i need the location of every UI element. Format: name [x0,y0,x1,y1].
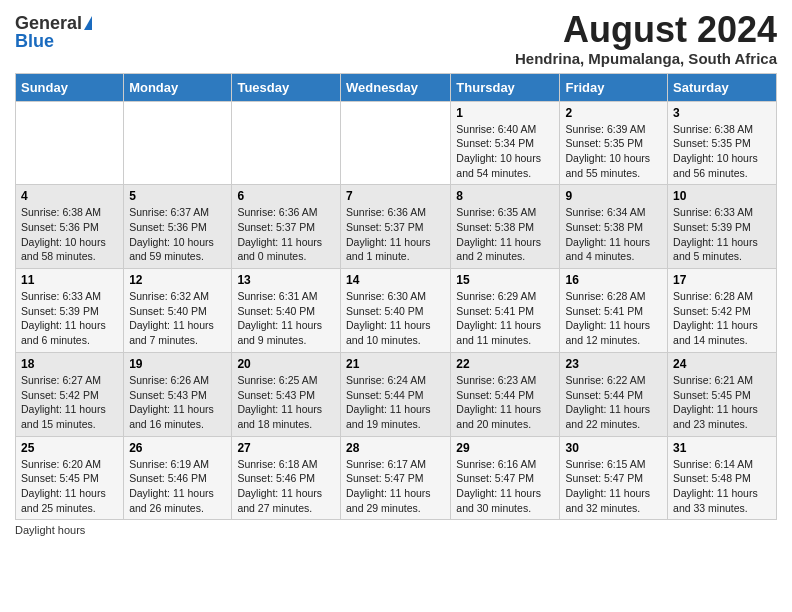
day-number: 11 [21,273,118,287]
day-number: 5 [129,189,226,203]
calendar-cell: 22Sunrise: 6:23 AM Sunset: 5:44 PM Dayli… [451,352,560,436]
calendar-cell [232,101,341,185]
calendar-cell [340,101,450,185]
day-number: 3 [673,106,771,120]
day-info: Sunrise: 6:36 AM Sunset: 5:37 PM Dayligh… [346,205,445,264]
weekday-wednesday: Wednesday [340,73,450,101]
daylight-label: Daylight hours [15,524,85,536]
day-number: 22 [456,357,554,371]
day-number: 9 [565,189,662,203]
calendar-cell: 4Sunrise: 6:38 AM Sunset: 5:36 PM Daylig… [16,185,124,269]
week-row-2: 4Sunrise: 6:38 AM Sunset: 5:36 PM Daylig… [16,185,777,269]
calendar-cell: 11Sunrise: 6:33 AM Sunset: 5:39 PM Dayli… [16,269,124,353]
day-number: 24 [673,357,771,371]
day-number: 14 [346,273,445,287]
calendar-cell: 13Sunrise: 6:31 AM Sunset: 5:40 PM Dayli… [232,269,341,353]
calendar-cell: 19Sunrise: 6:26 AM Sunset: 5:43 PM Dayli… [124,352,232,436]
calendar-cell: 21Sunrise: 6:24 AM Sunset: 5:44 PM Dayli… [340,352,450,436]
day-info: Sunrise: 6:29 AM Sunset: 5:41 PM Dayligh… [456,289,554,348]
calendar-cell: 26Sunrise: 6:19 AM Sunset: 5:46 PM Dayli… [124,436,232,520]
day-info: Sunrise: 6:33 AM Sunset: 5:39 PM Dayligh… [673,205,771,264]
day-info: Sunrise: 6:23 AM Sunset: 5:44 PM Dayligh… [456,373,554,432]
day-number: 10 [673,189,771,203]
weekday-header-row: SundayMondayTuesdayWednesdayThursdayFrid… [16,73,777,101]
day-number: 28 [346,441,445,455]
week-row-1: 1Sunrise: 6:40 AM Sunset: 5:34 PM Daylig… [16,101,777,185]
day-info: Sunrise: 6:28 AM Sunset: 5:42 PM Dayligh… [673,289,771,348]
weekday-saturday: Saturday [668,73,777,101]
calendar-cell: 16Sunrise: 6:28 AM Sunset: 5:41 PM Dayli… [560,269,668,353]
day-info: Sunrise: 6:31 AM Sunset: 5:40 PM Dayligh… [237,289,335,348]
weekday-friday: Friday [560,73,668,101]
weekday-tuesday: Tuesday [232,73,341,101]
day-info: Sunrise: 6:33 AM Sunset: 5:39 PM Dayligh… [21,289,118,348]
day-number: 27 [237,441,335,455]
day-info: Sunrise: 6:20 AM Sunset: 5:45 PM Dayligh… [21,457,118,516]
day-info: Sunrise: 6:28 AM Sunset: 5:41 PM Dayligh… [565,289,662,348]
day-info: Sunrise: 6:21 AM Sunset: 5:45 PM Dayligh… [673,373,771,432]
calendar-cell: 23Sunrise: 6:22 AM Sunset: 5:44 PM Dayli… [560,352,668,436]
day-number: 29 [456,441,554,455]
logo-triangle-icon [84,16,92,30]
logo: General Blue [15,10,92,50]
calendar-cell: 31Sunrise: 6:14 AM Sunset: 5:48 PM Dayli… [668,436,777,520]
day-number: 30 [565,441,662,455]
day-info: Sunrise: 6:15 AM Sunset: 5:47 PM Dayligh… [565,457,662,516]
logo-general: General [15,14,82,32]
day-info: Sunrise: 6:34 AM Sunset: 5:38 PM Dayligh… [565,205,662,264]
day-info: Sunrise: 6:16 AM Sunset: 5:47 PM Dayligh… [456,457,554,516]
day-number: 19 [129,357,226,371]
day-number: 6 [237,189,335,203]
day-info: Sunrise: 6:17 AM Sunset: 5:47 PM Dayligh… [346,457,445,516]
day-number: 16 [565,273,662,287]
calendar-cell: 9Sunrise: 6:34 AM Sunset: 5:38 PM Daylig… [560,185,668,269]
day-number: 17 [673,273,771,287]
day-info: Sunrise: 6:25 AM Sunset: 5:43 PM Dayligh… [237,373,335,432]
calendar-cell [124,101,232,185]
weekday-thursday: Thursday [451,73,560,101]
day-info: Sunrise: 6:38 AM Sunset: 5:36 PM Dayligh… [21,205,118,264]
day-info: Sunrise: 6:18 AM Sunset: 5:46 PM Dayligh… [237,457,335,516]
weekday-monday: Monday [124,73,232,101]
weekday-sunday: Sunday [16,73,124,101]
calendar-cell: 29Sunrise: 6:16 AM Sunset: 5:47 PM Dayli… [451,436,560,520]
day-info: Sunrise: 6:14 AM Sunset: 5:48 PM Dayligh… [673,457,771,516]
day-info: Sunrise: 6:30 AM Sunset: 5:40 PM Dayligh… [346,289,445,348]
day-info: Sunrise: 6:40 AM Sunset: 5:34 PM Dayligh… [456,122,554,181]
day-info: Sunrise: 6:19 AM Sunset: 5:46 PM Dayligh… [129,457,226,516]
calendar-cell: 12Sunrise: 6:32 AM Sunset: 5:40 PM Dayli… [124,269,232,353]
day-info: Sunrise: 6:36 AM Sunset: 5:37 PM Dayligh… [237,205,335,264]
calendar-cell: 25Sunrise: 6:20 AM Sunset: 5:45 PM Dayli… [16,436,124,520]
day-info: Sunrise: 6:26 AM Sunset: 5:43 PM Dayligh… [129,373,226,432]
calendar-cell: 3Sunrise: 6:38 AM Sunset: 5:35 PM Daylig… [668,101,777,185]
day-info: Sunrise: 6:27 AM Sunset: 5:42 PM Dayligh… [21,373,118,432]
day-number: 12 [129,273,226,287]
calendar-cell: 20Sunrise: 6:25 AM Sunset: 5:43 PM Dayli… [232,352,341,436]
calendar-cell: 15Sunrise: 6:29 AM Sunset: 5:41 PM Dayli… [451,269,560,353]
calendar-cell: 28Sunrise: 6:17 AM Sunset: 5:47 PM Dayli… [340,436,450,520]
week-row-4: 18Sunrise: 6:27 AM Sunset: 5:42 PM Dayli… [16,352,777,436]
calendar-cell: 10Sunrise: 6:33 AM Sunset: 5:39 PM Dayli… [668,185,777,269]
calendar-cell: 7Sunrise: 6:36 AM Sunset: 5:37 PM Daylig… [340,185,450,269]
week-row-5: 25Sunrise: 6:20 AM Sunset: 5:45 PM Dayli… [16,436,777,520]
day-info: Sunrise: 6:37 AM Sunset: 5:36 PM Dayligh… [129,205,226,264]
day-info: Sunrise: 6:32 AM Sunset: 5:40 PM Dayligh… [129,289,226,348]
calendar-cell: 6Sunrise: 6:36 AM Sunset: 5:37 PM Daylig… [232,185,341,269]
day-info: Sunrise: 6:24 AM Sunset: 5:44 PM Dayligh… [346,373,445,432]
calendar-cell: 17Sunrise: 6:28 AM Sunset: 5:42 PM Dayli… [668,269,777,353]
calendar-cell: 1Sunrise: 6:40 AM Sunset: 5:34 PM Daylig… [451,101,560,185]
title-area: August 2024 Hendrina, Mpumalanga, South … [515,10,777,67]
calendar-table: SundayMondayTuesdayWednesdayThursdayFrid… [15,73,777,521]
day-number: 26 [129,441,226,455]
calendar-cell: 8Sunrise: 6:35 AM Sunset: 5:38 PM Daylig… [451,185,560,269]
calendar-cell: 18Sunrise: 6:27 AM Sunset: 5:42 PM Dayli… [16,352,124,436]
calendar-cell: 24Sunrise: 6:21 AM Sunset: 5:45 PM Dayli… [668,352,777,436]
day-number: 20 [237,357,335,371]
calendar-cell: 30Sunrise: 6:15 AM Sunset: 5:47 PM Dayli… [560,436,668,520]
day-number: 2 [565,106,662,120]
week-row-3: 11Sunrise: 6:33 AM Sunset: 5:39 PM Dayli… [16,269,777,353]
day-number: 25 [21,441,118,455]
calendar-cell: 27Sunrise: 6:18 AM Sunset: 5:46 PM Dayli… [232,436,341,520]
day-info: Sunrise: 6:39 AM Sunset: 5:35 PM Dayligh… [565,122,662,181]
day-number: 7 [346,189,445,203]
